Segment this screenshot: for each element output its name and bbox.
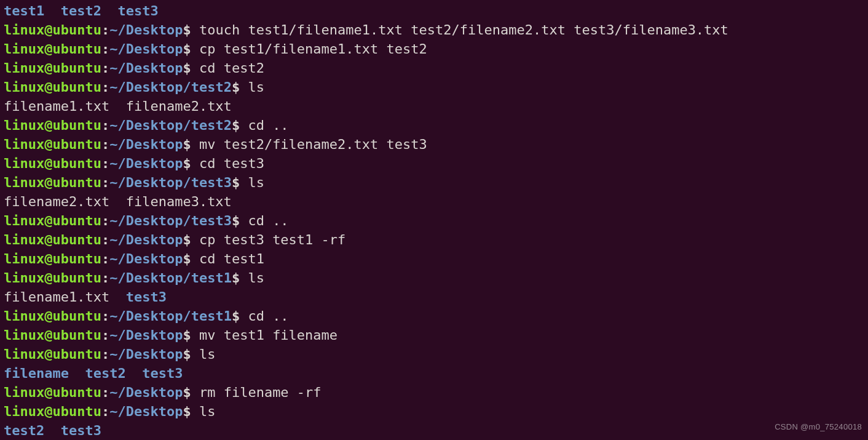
prompt-path: ~/Desktop — [109, 137, 183, 152]
prompt-dollar: $ — [183, 385, 199, 400]
prompt-separator: : — [101, 41, 109, 57]
prompt-user: linux@ubuntu — [4, 327, 101, 343]
terminal-line: linux@ubuntu:~/Desktop$ cp test1/filenam… — [4, 39, 864, 58]
output-directory: test1 — [4, 3, 44, 18]
output-text: filename2.txt filename3.txt — [4, 194, 232, 209]
prompt-user: linux@ubuntu — [4, 270, 101, 286]
command-text: ls — [248, 175, 264, 190]
output-text — [126, 366, 143, 381]
terminal-line: linux@ubuntu:~/Desktop$ touch test1/file… — [4, 20, 864, 39]
prompt-user: linux@ubuntu — [4, 251, 101, 266]
command-text: ls — [199, 404, 216, 419]
terminal-line: linux@ubuntu:~/Desktop/test3$ cd .. — [4, 211, 864, 230]
prompt-separator: : — [101, 22, 109, 38]
output-text — [44, 3, 61, 18]
terminal-line: filename test2 test3 — [4, 364, 864, 383]
terminal-line: linux@ubuntu:~/Desktop/test3$ ls — [4, 173, 864, 192]
terminal-line: test2 test3 — [4, 421, 864, 440]
watermark: CSDN @m0_75240018 — [775, 417, 862, 436]
prompt-path: ~/Desktop/test3 — [109, 175, 232, 190]
output-text — [101, 3, 118, 18]
output-directory: filename — [4, 366, 69, 381]
terminal-line: linux@ubuntu:~/Desktop$ ls — [4, 345, 864, 364]
prompt-path: ~/Desktop/test2 — [109, 79, 232, 95]
command-text: rm filename -rf — [199, 385, 322, 400]
prompt-path: ~/Desktop — [109, 404, 183, 419]
prompt-user: linux@ubuntu — [4, 41, 101, 57]
output-text: filename1.txt — [4, 289, 126, 305]
prompt-path: ~/Desktop — [109, 251, 183, 266]
prompt-dollar: $ — [183, 251, 199, 266]
command-text: cd test1 — [199, 251, 264, 266]
prompt-user: linux@ubuntu — [4, 308, 101, 324]
prompt-dollar: $ — [183, 60, 199, 76]
command-text: mv test2/filename2.txt test3 — [199, 137, 427, 152]
prompt-separator: : — [101, 79, 109, 95]
prompt-dollar: $ — [232, 213, 248, 228]
terminal-line: linux@ubuntu:~/Desktop$ rm filename -rf — [4, 383, 864, 402]
prompt-path: ~/Desktop — [109, 60, 183, 76]
prompt-dollar: $ — [183, 346, 199, 362]
prompt-user: linux@ubuntu — [4, 60, 101, 76]
prompt-user: linux@ubuntu — [4, 156, 101, 171]
prompt-user: linux@ubuntu — [4, 213, 101, 228]
command-text: ls — [199, 346, 216, 362]
output-text — [69, 366, 85, 381]
command-text: cp test3 test1 -rf — [199, 232, 345, 247]
prompt-dollar: $ — [183, 404, 199, 419]
prompt-path: ~/Desktop/test2 — [109, 118, 232, 133]
prompt-dollar: $ — [183, 327, 199, 343]
prompt-path: ~/Desktop/test1 — [109, 308, 232, 324]
terminal-line: linux@ubuntu:~/Desktop/test2$ cd .. — [4, 116, 864, 135]
prompt-user: linux@ubuntu — [4, 137, 101, 152]
terminal-line: linux@ubuntu:~/Desktop$ cp test3 test1 -… — [4, 230, 864, 249]
terminal-window[interactable]: test1 test2 test3linux@ubuntu:~/Desktop$… — [0, 0, 868, 440]
prompt-dollar: $ — [183, 41, 199, 57]
terminal-line: filename2.txt filename3.txt — [4, 192, 864, 211]
command-text: touch test1/filename1.txt test2/filename… — [199, 22, 728, 38]
prompt-user: linux@ubuntu — [4, 385, 101, 400]
prompt-user: linux@ubuntu — [4, 346, 101, 362]
prompt-dollar: $ — [183, 22, 199, 38]
command-text: cd .. — [248, 308, 288, 324]
output-directory: test3 — [126, 289, 167, 305]
terminal-line: linux@ubuntu:~/Desktop/test1$ cd .. — [4, 306, 864, 326]
prompt-user: linux@ubuntu — [4, 22, 101, 38]
output-directory: test3 — [61, 423, 101, 438]
prompt-dollar: $ — [232, 79, 248, 95]
output-directory: test2 — [4, 423, 44, 438]
prompt-separator: : — [101, 327, 109, 343]
prompt-path: ~/Desktop — [109, 327, 183, 343]
output-directory: test3 — [117, 3, 158, 18]
command-text: mv test1 filename — [199, 327, 337, 343]
terminal-line: filename1.txt test3 — [4, 287, 864, 306]
prompt-path: ~/Desktop/test1 — [109, 270, 232, 286]
prompt-separator: : — [101, 232, 109, 247]
command-text: cd .. — [248, 118, 288, 133]
terminal-line: linux@ubuntu:~/Desktop$ cd test2 — [4, 58, 864, 78]
prompt-dollar: $ — [232, 175, 248, 190]
command-text: cd test3 — [199, 156, 264, 171]
prompt-dollar: $ — [183, 156, 199, 171]
prompt-dollar: $ — [183, 232, 199, 247]
prompt-dollar: $ — [232, 118, 248, 133]
prompt-path: ~/Desktop — [109, 385, 183, 400]
output-text — [44, 423, 61, 438]
output-directory: test2 — [85, 366, 125, 381]
prompt-separator: : — [101, 175, 109, 190]
command-text: cd .. — [248, 213, 288, 228]
prompt-path: ~/Desktop — [109, 41, 183, 57]
terminal-line: linux@ubuntu:~/Desktop$ mv test2/filenam… — [4, 135, 864, 154]
prompt-separator: : — [101, 251, 109, 266]
output-text: filename1.txt filename2.txt — [4, 98, 232, 114]
terminal-line: linux@ubuntu:~/Desktop/test1$ ls — [4, 268, 864, 287]
terminal-line: linux@ubuntu:~/Desktop$ cd test1 — [4, 249, 864, 268]
prompt-separator: : — [101, 137, 109, 152]
prompt-separator: : — [101, 270, 109, 286]
terminal-line: test1 test2 test3 — [4, 1, 864, 20]
command-text: ls — [248, 270, 264, 286]
prompt-separator: : — [101, 60, 109, 76]
prompt-user: linux@ubuntu — [4, 232, 101, 247]
prompt-separator: : — [101, 404, 109, 419]
prompt-separator: : — [101, 385, 109, 400]
